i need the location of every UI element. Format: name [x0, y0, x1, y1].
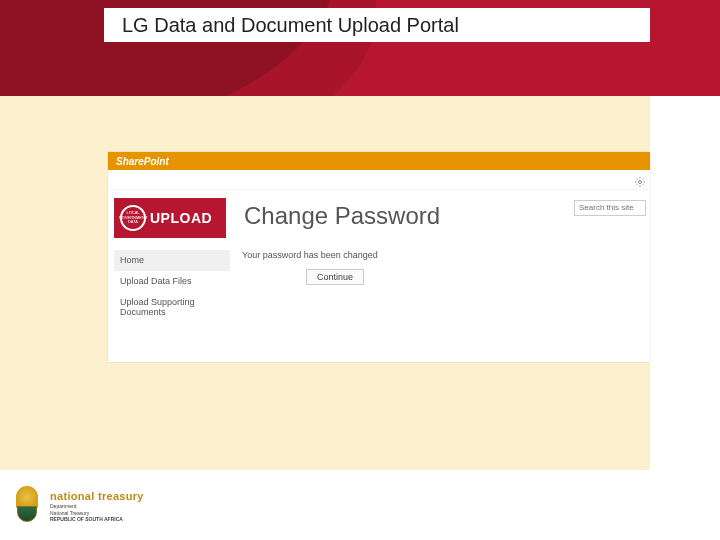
gear-icon: [634, 176, 646, 188]
slide-title-bar: LG Data and Document Upload Portal: [104, 8, 650, 42]
svg-point-0: [639, 181, 642, 184]
nav-upload-data-files[interactable]: Upload Data Files: [114, 271, 230, 292]
sharepoint-ribbon-label: SharePoint: [116, 156, 169, 167]
footer-line1: Department:: [50, 503, 144, 509]
settings-area[interactable]: [634, 174, 646, 186]
upload-logo-circle: LOCAL GOVERNMENT DATA: [120, 205, 146, 231]
search-wrap: [574, 196, 646, 216]
nav-upload-supporting-docs[interactable]: Upload Supporting Documents: [114, 292, 230, 324]
sharepoint-top-strip: [108, 170, 650, 190]
sharepoint-header-row: LOCAL GOVERNMENT DATA UPLOAD Change Pass…: [108, 190, 650, 238]
continue-button[interactable]: Continue: [306, 269, 364, 285]
side-nav: Home Upload Data Files Upload Supporting…: [108, 250, 230, 323]
page-title: Change Password: [244, 202, 440, 238]
search-input[interactable]: [574, 200, 646, 216]
logo-text-data: DATA: [128, 220, 138, 224]
footer-line3: REPUBLIC OF SOUTH AFRICA: [50, 516, 144, 522]
nav-home[interactable]: Home: [114, 250, 230, 271]
sharepoint-window: SharePoint LOCAL GOVERNMENT DATA UPLOAD …: [108, 152, 650, 362]
sharepoint-lower-row: Home Upload Data Files Upload Supporting…: [108, 250, 650, 323]
upload-logo[interactable]: LOCAL GOVERNMENT DATA UPLOAD: [114, 198, 226, 238]
status-message: Your password has been changed: [242, 250, 650, 260]
footer-text-block: national treasury Department: National T…: [50, 490, 144, 522]
coat-of-arms-icon: [10, 486, 44, 526]
slide-footer: national treasury Department: National T…: [0, 482, 720, 530]
footer-org: national treasury: [50, 490, 144, 502]
slide-title: LG Data and Document Upload Portal: [122, 14, 459, 37]
slide-body-background: SharePoint LOCAL GOVERNMENT DATA UPLOAD …: [0, 96, 650, 470]
main-pane: Your password has been changed Continue: [230, 250, 650, 323]
slide-header-band: LG Data and Document Upload Portal: [0, 0, 720, 96]
logo-text-upload: UPLOAD: [150, 210, 212, 226]
sharepoint-ribbon[interactable]: SharePoint: [108, 152, 650, 170]
